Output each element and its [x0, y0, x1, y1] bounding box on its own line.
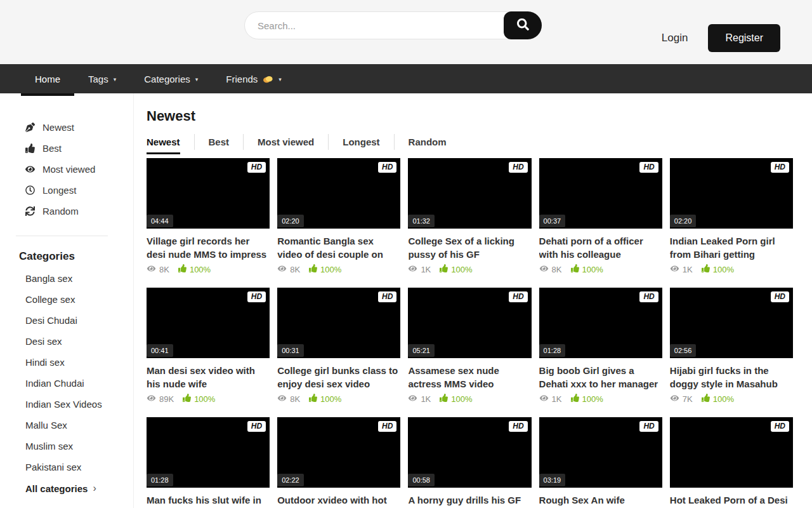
rating: 100% [178, 264, 211, 274]
sidebar-link-label: Random [43, 206, 79, 217]
eye-icon [539, 265, 549, 274]
video-title[interactable]: College girl bunks class to enjoy desi s… [277, 364, 400, 391]
video-card[interactable]: HD 02:56 Hijabi girl fucks in the doggy … [670, 288, 793, 404]
nav-item-home[interactable]: Home [21, 64, 74, 93]
video-title[interactable]: Hot Leaked Porn of a Desi Couple [670, 493, 793, 508]
sidebar-link-longest[interactable]: Longest [0, 180, 133, 201]
video-title[interactable]: Man desi sex video with his nude wife [147, 364, 270, 391]
video-thumbnail[interactable]: HD 02:20 [670, 158, 793, 229]
video-card[interactable]: HD 00:31 College girl bunks class to enj… [277, 288, 400, 404]
video-thumbnail[interactable]: HD 00:58 [408, 417, 531, 488]
login-link[interactable]: Login [662, 32, 688, 44]
video-thumbnail[interactable]: HD 02:56 [670, 288, 793, 358]
hd-badge: HD [509, 291, 527, 302]
video-card[interactable]: HD 02:22 Outdoor xvideo with hot randi [277, 417, 400, 508]
register-button[interactable]: Register [708, 24, 780, 52]
video-card[interactable]: HD 04:44 Village girl records her desi n… [147, 158, 270, 274]
video-thumbnail[interactable]: HD 01:28 [539, 288, 662, 358]
video-card[interactable]: HD Hot Leaked Porn of a Desi Couple [670, 417, 793, 508]
video-title[interactable]: Outdoor xvideo with hot randi [277, 493, 400, 508]
all-categories-link[interactable]: All categories› [0, 478, 133, 499]
category-link-college-sex[interactable]: College sex [0, 289, 133, 310]
video-card[interactable]: HD 03:19 Rough Sex An wife bounces on he… [539, 417, 662, 508]
video-thumbnail[interactable]: HD 02:20 [277, 158, 400, 229]
category-link-indian-sex-videos[interactable]: Indian Sex Videos [0, 394, 133, 415]
category-link-pakistani-sex[interactable]: Pakistani sex [0, 457, 133, 478]
sidebar-link-best[interactable]: Best [0, 138, 133, 159]
video-stats: 8K 100% [277, 394, 400, 404]
thumbs-up-icon [702, 394, 710, 404]
sidebar-sort-links: Newest Best Most viewed Longest Random [0, 117, 133, 222]
video-thumbnail[interactable]: HD 03:19 [539, 417, 662, 488]
category-link-mallu-sex[interactable]: Mallu Sex [0, 415, 133, 436]
video-card[interactable]: HD 00:41 Man desi sex video with his nud… [147, 288, 270, 404]
video-thumbnail[interactable]: HD 02:22 [277, 417, 400, 488]
sidebar-link-most-viewed[interactable]: Most viewed [0, 159, 133, 180]
tab-random[interactable]: Random [394, 134, 461, 150]
sidebar-link-newest[interactable]: Newest [0, 117, 133, 138]
sidebar-link-label: Longest [43, 185, 76, 196]
hd-badge: HD [247, 162, 266, 173]
video-thumbnail[interactable]: HD 05:21 [408, 288, 531, 358]
category-link-desi-chudai[interactable]: Desi Chudai [0, 310, 133, 331]
views-count: 1K [539, 394, 562, 404]
video-stats: 1K 100% [408, 394, 531, 404]
video-title[interactable]: Dehati porn of a officer with his collea… [539, 234, 662, 261]
thumbs-up-icon [571, 394, 579, 404]
video-card[interactable]: HD 00:58 A horny guy drills his GF tight… [408, 417, 531, 508]
tab-best[interactable]: Best [194, 134, 244, 150]
video-card[interactable]: HD 01:32 College Sex of a licking pussy … [408, 158, 531, 274]
nav-item-categories[interactable]: Categories ▾ [130, 64, 212, 93]
duration-badge: 05:21 [408, 344, 435, 357]
rating: 100% [309, 394, 341, 404]
video-title[interactable]: Hijabi girl fucks in the doggy style in … [670, 364, 793, 391]
video-thumbnail[interactable]: HD [670, 417, 793, 488]
video-card[interactable]: HD 05:21 Assamese sex nude actress MMS v… [408, 288, 531, 404]
video-thumbnail[interactable]: HD 01:32 [408, 158, 531, 229]
video-stats: 7K 100% [670, 394, 793, 404]
eye-icon [408, 265, 417, 274]
video-stats: 89K 100% [147, 394, 270, 404]
nav-item-label: Friends [226, 74, 258, 84]
video-title[interactable]: Assamese sex nude actress MMS video [408, 364, 531, 391]
video-thumbnail[interactable]: HD 00:41 [147, 288, 270, 358]
category-link-hindi-sex[interactable]: Hindi sex [0, 352, 133, 373]
views-count: 1K [408, 265, 431, 274]
search-bar [244, 11, 542, 39]
duration-badge: 03:19 [539, 474, 566, 486]
video-card[interactable]: HD 00:37 Dehati porn of a officer with h… [539, 158, 662, 274]
video-thumbnail[interactable]: HD 00:37 [539, 158, 662, 229]
video-thumbnail[interactable]: HD 01:28 [147, 417, 270, 488]
video-title[interactable]: Man fucks his slut wife in Dehati sex [147, 493, 270, 508]
eye-icon [25, 164, 36, 174]
sidebar-link-random[interactable]: Random [0, 201, 133, 222]
duration-badge: 01:28 [539, 344, 566, 357]
video-title[interactable]: Romantic Bangla sex video of desi couple… [277, 234, 400, 261]
video-thumbnail[interactable]: HD 04:44 [147, 158, 270, 229]
tab-newest[interactable]: Newest [147, 134, 194, 150]
category-link-indian-chudai[interactable]: Indian Chudai [0, 373, 133, 394]
search-button[interactable] [504, 11, 542, 39]
video-card[interactable]: HD 02:20 Indian Leaked Porn girl from Bi… [670, 158, 793, 274]
tab-most-viewed[interactable]: Most viewed [243, 134, 328, 150]
category-link-bangla-sex[interactable]: Bangla sex [0, 268, 133, 289]
video-title[interactable]: College Sex of a licking pussy of his GF [408, 234, 531, 261]
search-input[interactable] [244, 11, 542, 39]
duration-badge: 02:20 [277, 215, 304, 227]
video-title[interactable]: Rough Sex An wife bounces on her devar d… [539, 493, 662, 508]
sidebar-link-label: Best [43, 143, 62, 154]
video-thumbnail[interactable]: HD 00:31 [277, 288, 400, 358]
category-link-desi-sex[interactable]: Desi sex [0, 331, 133, 352]
video-card[interactable]: HD 02:20 Romantic Bangla sex video of de… [277, 158, 400, 274]
video-card[interactable]: HD 01:28 Man fucks his slut wife in Deha… [147, 417, 270, 508]
nav-item-tags[interactable]: Tags ▾ [74, 64, 130, 93]
category-link-muslim-sex[interactable]: Muslim sex [0, 436, 133, 457]
video-title[interactable]: Big boob Girl gives a Dehati xxx to her … [539, 364, 662, 391]
video-title[interactable]: Village girl records her desi nude MMS t… [147, 234, 270, 261]
nav-item-friends[interactable]: Friends ▾ [212, 64, 296, 93]
thumbs-up-icon [309, 264, 317, 274]
video-title[interactable]: Indian Leaked Porn girl from Bihari gett… [670, 234, 793, 261]
video-title[interactable]: A horny guy drills his GF tight pussy at… [408, 493, 531, 508]
tab-longest[interactable]: Longest [328, 134, 393, 150]
video-card[interactable]: HD 01:28 Big boob Girl gives a Dehati xx… [539, 288, 662, 404]
